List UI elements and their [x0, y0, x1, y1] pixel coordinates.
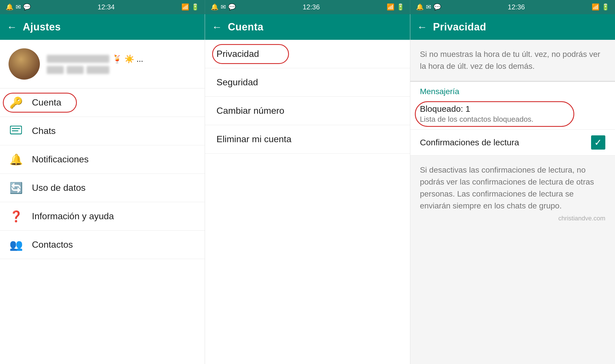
status-bar-3-right: 🔔 ✉ 💬 — [416, 3, 441, 11]
cambiar-numero-label: Cambiar número — [216, 106, 284, 116]
info-box-last-seen-text: Si no muestras la hora de tu últ. vez, n… — [420, 50, 600, 71]
chats-label: Chats — [32, 126, 56, 136]
settings-item-cuenta[interactable]: 🔑 Cuenta — [0, 88, 205, 117]
status-bar-1-left: 📶 🔋 — [181, 3, 199, 11]
status-bar-2-right: 🔔 ✉ 💬 — [211, 3, 236, 11]
svg-rect-0 — [10, 126, 22, 134]
profile-status-blurred-2 — [67, 66, 84, 74]
notification-icon-2: 🔔 — [211, 3, 218, 11]
panel-cuenta: ← Cuenta Privacidad Seguridad Cambiar nú… — [205, 14, 410, 364]
read-receipts-checkbox[interactable]: ✓ — [591, 135, 605, 150]
message-icon-3: 💬 — [433, 3, 441, 11]
cuenta-icon: 🔑 — [9, 95, 23, 110]
mail-icon-2: ✉ — [221, 3, 226, 11]
profile-name-row: 🍹 ☀️ ... — [47, 54, 143, 64]
menu-item-cambiar-numero[interactable]: Cambiar número — [205, 97, 410, 125]
toolbar-title-ajustes: Ajustes — [23, 21, 61, 33]
status-time-2: 12:36 — [303, 3, 320, 11]
panels-container: ← Ajustes 🍹 ☀️ ... 🔑 Cuent — [0, 14, 615, 364]
menu-item-seguridad[interactable]: Seguridad — [205, 68, 410, 97]
status-time-3: 12:36 — [508, 3, 525, 11]
wifi-icon-2: 📶 — [387, 3, 394, 11]
toolbar-cuenta: ← Cuenta — [205, 14, 410, 40]
settings-item-uso-datos[interactable]: 🔄 Uso de datos — [0, 174, 205, 202]
profile-info: 🍹 ☀️ ... — [47, 54, 143, 74]
avatar — [9, 48, 40, 80]
notificaciones-icon: 🔔 — [9, 152, 23, 167]
wifi-icon-1: 📶 — [181, 3, 189, 11]
seguridad-label: Seguridad — [216, 77, 258, 88]
battery-icon-2: 🔋 — [397, 3, 404, 11]
message-icon-2: 💬 — [228, 3, 236, 11]
read-receipts-label: Confirmaciones de lectura — [420, 138, 519, 147]
panel-ajustes: ← Ajustes 🍹 ☀️ ... 🔑 Cuent — [0, 14, 205, 364]
battery-icon-1: 🔋 — [191, 3, 199, 11]
back-button-ajustes[interactable]: ← — [7, 21, 17, 33]
privacy-item-bloqueado[interactable]: Bloqueado: 1 Lista de los contactos bloq… — [410, 98, 615, 130]
uso-datos-label: Uso de datos — [32, 183, 86, 193]
notificaciones-label: Notificaciones — [32, 154, 89, 165]
mail-icon-1: ✉ — [16, 3, 21, 11]
privacidad-label: Privacidad — [216, 49, 259, 59]
battery-icon-3: 🔋 — [602, 3, 609, 11]
panel-privacidad: ← Privacidad Si no muestras la hora de t… — [410, 14, 615, 364]
section-header-mensajeria: Mensajería — [410, 82, 615, 98]
toolbar-ajustes: ← Ajustes — [0, 14, 205, 40]
back-button-cuenta[interactable]: ← — [212, 21, 222, 33]
bloqueado-title: Bloqueado: 1 — [420, 104, 605, 114]
chats-icon — [9, 124, 23, 138]
watermark-text: christiandve.com — [558, 215, 605, 222]
toolbar-privacidad: ← Privacidad — [410, 14, 615, 40]
status-bar-2-left: 📶 🔋 — [387, 3, 404, 11]
avatar-image — [9, 48, 40, 80]
settings-item-notificaciones[interactable]: 🔔 Notificaciones — [0, 145, 205, 174]
menu-item-privacidad[interactable]: Privacidad — [205, 40, 410, 68]
watermark: christiandve.com — [420, 212, 605, 222]
profile-status-row — [47, 66, 143, 74]
status-time-1: 12:34 — [98, 3, 115, 11]
informacion-icon: ❓ — [9, 209, 23, 224]
toolbar-title-privacidad: Privacidad — [433, 21, 486, 33]
toolbar-title-cuenta: Cuenta — [228, 21, 263, 33]
profile-name-blurred — [47, 55, 109, 63]
uso-datos-icon: 🔄 — [9, 181, 23, 195]
info-box-read-receipts: Si desactivas las confirmaciones de lect… — [410, 156, 615, 364]
notification-icon-3: 🔔 — [416, 3, 424, 11]
eliminar-cuenta-label: Eliminar mi cuenta — [216, 134, 291, 144]
read-receipts-row[interactable]: Confirmaciones de lectura ✓ — [410, 130, 615, 156]
profile-status-blurred-1 — [47, 66, 64, 74]
message-icon-1: 💬 — [23, 3, 31, 11]
info-box-last-seen: Si no muestras la hora de tu últ. vez, n… — [410, 40, 615, 82]
settings-item-chats[interactable]: Chats — [0, 117, 205, 145]
status-bars-row: 🔔 ✉ 💬 12:34 📶 🔋 🔔 ✉ 💬 12:36 📶 🔋 🔔 ✉ 💬 12… — [0, 0, 615, 14]
settings-item-informacion[interactable]: ❓ Información y ayuda — [0, 202, 205, 231]
menu-item-eliminar-cuenta[interactable]: Eliminar mi cuenta — [205, 125, 410, 154]
info-box-read-receipts-text: Si desactivas las confirmaciones de lect… — [420, 166, 594, 210]
profile-emoji: 🍹 ☀️ ... — [112, 54, 143, 64]
cuenta-label: Cuenta — [32, 97, 61, 108]
profile-section[interactable]: 🍹 ☀️ ... — [0, 40, 205, 88]
wifi-icon-3: 📶 — [592, 3, 599, 11]
status-bar-3-left: 📶 🔋 — [592, 3, 609, 11]
settings-item-contactos[interactable]: 👥 Contactos — [0, 231, 205, 259]
notification-icon-1: 🔔 — [6, 3, 13, 11]
contactos-icon: 👥 — [9, 237, 23, 252]
back-button-privacidad[interactable]: ← — [417, 21, 427, 33]
status-bar-1-right: 🔔 ✉ 💬 — [6, 3, 31, 11]
status-bar-2: 🔔 ✉ 💬 12:36 📶 🔋 — [205, 0, 410, 14]
bloqueado-subtitle: Lista de los contactos bloqueados. — [420, 115, 605, 124]
status-bar-1: 🔔 ✉ 💬 12:34 📶 🔋 — [0, 0, 205, 14]
mail-icon-3: ✉ — [426, 3, 431, 11]
contactos-label: Contactos — [32, 239, 73, 250]
profile-status-blurred-3 — [87, 66, 109, 74]
informacion-label: Información y ayuda — [32, 211, 114, 222]
status-bar-3: 🔔 ✉ 💬 12:36 📶 🔋 — [410, 0, 615, 14]
